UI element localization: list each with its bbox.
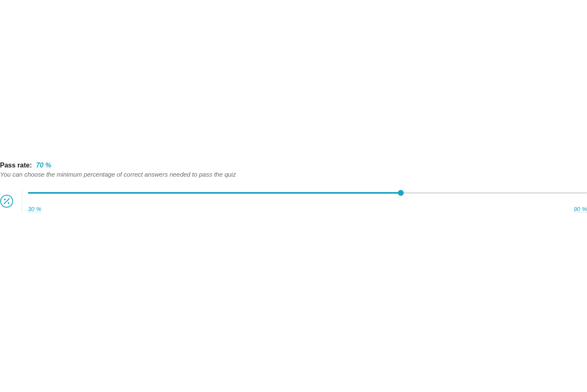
pass-rate-slider[interactable]: 30 % 90 % bbox=[28, 190, 587, 213]
slider-row: 30 % 90 % bbox=[0, 190, 587, 213]
svg-point-2 bbox=[8, 202, 10, 204]
pass-rate-header: Pass rate: 70 % bbox=[0, 162, 587, 169]
slider-min-label: 30 % bbox=[28, 206, 41, 213]
slider-divider bbox=[22, 190, 22, 213]
pass-rate-section: Pass rate: 70 % You can choose the minim… bbox=[0, 162, 587, 213]
slider-max-label: 90 % bbox=[574, 206, 587, 213]
slider-labels: 30 % 90 % bbox=[28, 206, 587, 213]
slider-track[interactable] bbox=[28, 190, 587, 196]
percent-icon bbox=[0, 195, 13, 208]
pass-rate-label: Pass rate: bbox=[0, 162, 32, 169]
slider-thumb[interactable] bbox=[398, 190, 404, 196]
slider-track-fill bbox=[28, 192, 401, 194]
pass-rate-description: You can choose the minimum percentage of… bbox=[0, 171, 587, 178]
pass-rate-value: 70 % bbox=[36, 162, 51, 169]
svg-point-1 bbox=[4, 199, 6, 200]
